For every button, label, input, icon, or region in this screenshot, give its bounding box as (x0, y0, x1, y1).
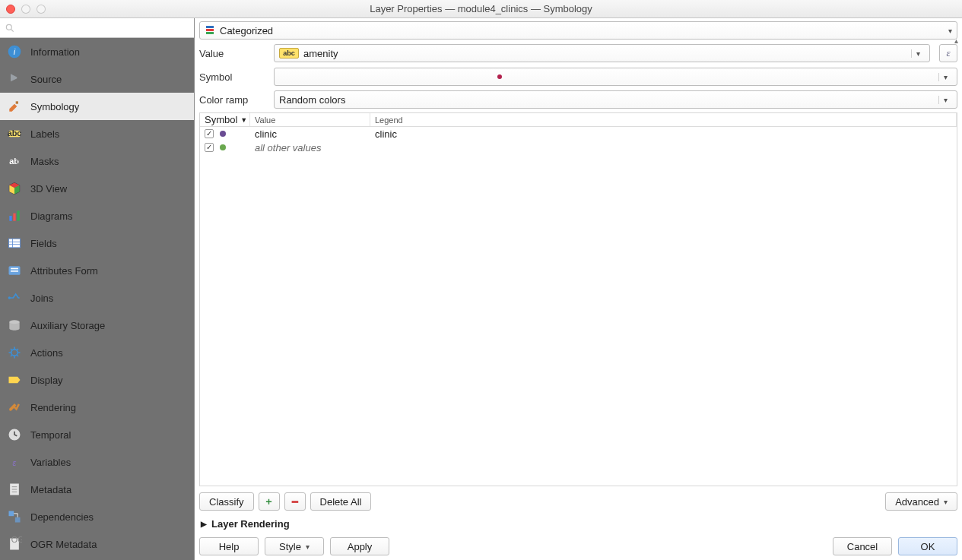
sidebar-item-diagrams[interactable]: Diagrams (0, 202, 194, 229)
sidebar-item-auxiliary-storage[interactable]: Auxiliary Storage (0, 312, 194, 339)
aux-storage-icon (6, 317, 23, 334)
sidebar-item-joins[interactable]: Joins (0, 284, 194, 312)
ok-button[interactable]: OK (898, 537, 957, 555)
cell-legend[interactable]: clinic (370, 128, 957, 140)
symbol-swatch-icon (220, 131, 226, 137)
search-input[interactable] (18, 22, 189, 33)
sidebar-item-source[interactable]: Source (0, 65, 194, 93)
sidebar-item-metadata[interactable]: Metadata (0, 476, 194, 503)
sidebar-item-label: Labels (30, 128, 59, 140)
cell-value[interactable]: clinic (250, 128, 370, 140)
svg-line-1 (11, 29, 14, 31)
temporal-icon (6, 426, 23, 443)
labels-icon: abc (6, 125, 23, 142)
sidebar-item-rendering[interactable]: Rendering (0, 394, 194, 421)
cancel-button[interactable]: Cancel (833, 537, 892, 555)
svg-point-19 (8, 296, 11, 299)
table-row[interactable]: clinicclinic (200, 127, 957, 141)
sidebar-item-qgis-server[interactable]: OGROGR Metadata (0, 530, 194, 558)
svg-rect-28 (9, 511, 14, 517)
sidebar-item-label: Rendering (30, 402, 76, 413)
categories-table: Symbol▼ Value Legend clinicclinicall oth… (199, 112, 957, 486)
sidebar-item-label: Metadata (30, 484, 71, 495)
svg-rect-18 (11, 271, 18, 272)
sidebar-item-label: Source (30, 74, 62, 85)
sidebar-item-attributes-form[interactable]: Attributes Form (0, 257, 194, 284)
sidebar-item-label: Actions (30, 347, 63, 359)
zoom-window-icon[interactable] (37, 5, 46, 14)
table-header: Symbol▼ Value Legend (200, 113, 957, 127)
expression-button[interactable]: ε (939, 44, 957, 62)
dependencies-icon (6, 508, 23, 525)
svg-text:c: c (16, 157, 21, 166)
style-button[interactable]: Style▾ (265, 537, 324, 555)
close-window-icon[interactable] (6, 5, 15, 14)
display-icon (6, 372, 23, 388)
sidebar-item-information[interactable]: iInformation (0, 38, 194, 65)
value-field-select[interactable]: abc amenity ▾ (274, 44, 930, 62)
titlebar: Layer Properties — module4_clinics — Sym… (0, 0, 962, 18)
sidebar-item-label: Symbology (30, 101, 79, 112)
metadata-icon (6, 481, 23, 498)
sidebar-item-fields[interactable]: Fields (0, 229, 194, 257)
categorized-icon (205, 25, 215, 36)
fields-icon (6, 235, 23, 252)
value-field-value: amenity (303, 48, 338, 59)
chevron-down-icon: ▾ (938, 73, 952, 81)
sidebar-item-display[interactable]: Display (0, 366, 194, 394)
symbol-select[interactable]: ▾ (274, 68, 957, 86)
abc-icon: abc (279, 48, 299, 59)
chevron-down-icon: ▾ (938, 96, 952, 104)
cell-value[interactable]: all other values (250, 142, 370, 153)
svg-rect-11 (17, 210, 19, 220)
joins-icon (6, 289, 23, 306)
rendering-icon (6, 399, 23, 416)
sidebar-item-dependencies[interactable]: Dependencies (0, 503, 194, 530)
sidebar-item-label: Variables (30, 457, 71, 468)
sidebar-item-3d-view[interactable]: 3D View (0, 175, 194, 202)
actions-icon (6, 344, 23, 361)
minimize-window-icon[interactable] (21, 5, 30, 14)
sidebar-item-label: 3D View (30, 183, 67, 195)
symbol-swatch-icon (220, 144, 226, 150)
layer-rendering-section[interactable]: ▶ Layer Rendering (195, 515, 962, 533)
sidebar-item-labels[interactable]: abcLabels (0, 120, 194, 147)
svg-rect-10 (13, 214, 15, 221)
window-title: Layer Properties — module4_clinics — Sym… (0, 3, 962, 14)
delete-all-button[interactable]: Delete All (310, 492, 372, 511)
info-icon: i (6, 43, 23, 60)
col-value[interactable]: Value (250, 113, 370, 126)
sidebar-item-label: OGR Metadata (30, 539, 97, 550)
sidebar-search[interactable] (0, 18, 194, 38)
diagrams-icon (6, 207, 23, 224)
table-body: clinicclinicall other values (200, 127, 957, 486)
color-ramp-select[interactable]: Random colors ▾ (274, 90, 957, 109)
help-button[interactable]: Help (199, 537, 259, 555)
col-legend[interactable]: Legend (370, 113, 957, 126)
visibility-checkbox[interactable] (205, 143, 214, 152)
sidebar-item-label: Fields (30, 238, 57, 249)
sidebar-nav: iInformationSourceSymbologyabcLabelsabcM… (0, 38, 194, 560)
sidebar-item-symbology[interactable]: Symbology (0, 93, 194, 120)
sidebar-item-temporal[interactable]: Temporal (0, 421, 194, 448)
add-category-button[interactable]: ＋ (259, 492, 280, 511)
renderer-type-select[interactable]: Categorized ▾ (199, 21, 957, 40)
layer-rendering-label: Layer Rendering (211, 518, 290, 530)
sidebar-item-actions[interactable]: Actions (0, 339, 194, 366)
remove-category-button[interactable]: ━ (284, 492, 306, 511)
sidebar-item-variables[interactable]: εVariables (0, 448, 194, 476)
advanced-button[interactable]: Advanced▾ (885, 492, 957, 511)
classify-button[interactable]: Classify (199, 492, 254, 511)
color-ramp-value: Random colors (279, 94, 345, 106)
scroll-up-icon[interactable]: ▴ (951, 36, 960, 46)
svg-rect-9 (9, 216, 11, 221)
sidebar: iInformationSourceSymbologyabcLabelsabcM… (0, 18, 195, 560)
sidebar-item-label: Joins (30, 293, 53, 304)
brush-icon (6, 98, 23, 115)
apply-button[interactable]: Apply (330, 537, 389, 555)
table-row[interactable]: all other values (200, 141, 957, 154)
visibility-checkbox[interactable] (205, 129, 214, 138)
ogr-metadata-icon: OGR (6, 536, 23, 552)
col-symbol[interactable]: Symbol▼ (200, 113, 250, 126)
sidebar-item-masks[interactable]: abcMasks (0, 147, 194, 175)
